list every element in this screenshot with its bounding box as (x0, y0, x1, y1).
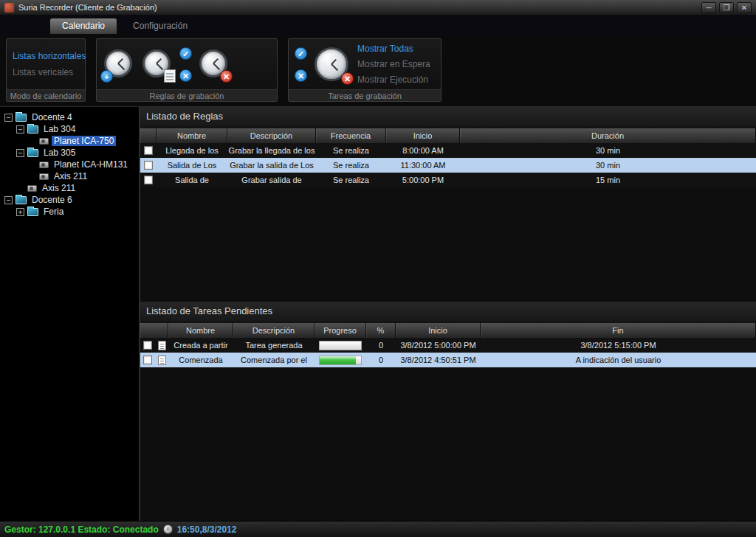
rule-descripcion: Grabar la salida de Los (227, 158, 316, 173)
rules-column-header[interactable]: Duración (460, 128, 756, 143)
tasks-title: Listado de Tareas Pendientes (140, 302, 756, 321)
folder-icon (27, 149, 38, 157)
tasks-column-header[interactable]: Descripción (233, 323, 315, 338)
rule-duracion: 30 min (460, 143, 756, 158)
tree-item-label: Axis 211 (52, 171, 89, 181)
toggle-minus-icon[interactable]: − (16, 125, 24, 134)
tab-configuracion[interactable]: Configuración (121, 18, 199, 34)
tree-item[interactable]: −Docente 6 (1, 194, 137, 206)
tasks-column-header[interactable]: Fin (481, 323, 756, 338)
rules-column-header[interactable]: Frecuencia (316, 128, 386, 143)
tree-item-label: Planet ICA-HM131 (52, 159, 130, 170)
task-fin: 3/8/2012 5:15:00 PM (481, 338, 756, 353)
tree-item[interactable]: −Docente 4 (1, 111, 137, 123)
app-icon (4, 3, 14, 13)
rule-descripcion: Grabar salida de (227, 173, 316, 187)
vertical-lists-button[interactable]: Listas vericales (13, 67, 73, 77)
tree-item[interactable]: −Lab 305 (1, 147, 137, 159)
tree-item[interactable]: Axis 211 (1, 170, 137, 182)
enable-rule-icon[interactable]: ✓ (179, 47, 192, 60)
task-cross-icon[interactable]: ✕ (295, 69, 307, 82)
stop-task-button[interactable]: ✕ (313, 44, 351, 85)
group-calendar-mode: Listas horizontales Listas vericales Mod… (6, 38, 86, 102)
tree-item[interactable]: Planet ICA-750 (1, 135, 137, 147)
rules-column-header[interactable]: Inicio (386, 128, 460, 143)
status-datetime: 16:50,8/3/2012 (177, 524, 237, 535)
tree-item-label: Planet ICA-750 (52, 136, 116, 146)
rule-checkbox[interactable] (144, 176, 153, 184)
rule-checkbox[interactable] (144, 161, 153, 170)
rules-panel: Listado de Reglas NombreDescripciónFrecu… (140, 107, 756, 302)
tasks-column-header[interactable]: Inicio (396, 323, 481, 338)
header-spacer (140, 128, 157, 143)
folder-icon (16, 196, 27, 204)
task-row[interactable]: ComenzadaComenzada por el03/8/2012 4:50:… (140, 353, 756, 367)
add-rule-button[interactable]: + (103, 46, 135, 83)
task-percent: 0 (366, 353, 396, 367)
tree-item[interactable]: −Lab 304 (1, 123, 137, 135)
task-nombre: Creada a partir (168, 338, 233, 353)
tasks-column-header[interactable]: Progreso (315, 323, 366, 338)
disable-rule-icon[interactable]: ✕ (179, 69, 192, 82)
task-percent: 0 (366, 338, 396, 353)
task-icon-cell (155, 338, 168, 353)
close-button[interactable]: ✕ (737, 2, 752, 13)
tree-item[interactable]: Axis 211 (1, 182, 137, 194)
task-nombre: Comenzada (168, 353, 233, 367)
toggle-minus-icon[interactable]: − (4, 114, 13, 122)
rule-row[interactable]: Llegada de losGrabar la llegada de losSe… (140, 143, 756, 158)
rule-checkbox-cell (140, 158, 157, 173)
tab-calendario[interactable]: Calendario (50, 18, 117, 34)
show-all-button[interactable]: Mostrar Todas (357, 44, 430, 54)
tree-item-label: Axis 211 (40, 183, 78, 193)
tree-item-label: Docente 6 (30, 195, 75, 205)
camera-icon (39, 173, 49, 180)
rules-column-header[interactable]: Nombre (157, 128, 227, 143)
stop-icon: ✕ (341, 72, 354, 85)
task-descripcion: Comenzada por el (233, 353, 315, 367)
calendar-mode-caption: Modo de calendario (7, 89, 85, 101)
rules-column-header[interactable]: Descripción (227, 128, 316, 143)
progress-bar (319, 356, 362, 365)
tasks-column-header[interactable]: % (366, 323, 396, 338)
edit-rule-button[interactable] (141, 46, 173, 83)
rule-inicio: 11:30:00 AM (386, 158, 460, 173)
app-window: Suria Recorder (Cliente de Grabación) ─ … (0, 0, 756, 537)
maximize-button[interactable]: ❐ (719, 2, 734, 13)
minimize-button[interactable]: ─ (701, 2, 716, 13)
task-checkbox[interactable] (143, 356, 152, 364)
show-running-button[interactable]: Mostrar Ejecución (357, 75, 430, 85)
horizontal-lists-button[interactable]: Listas horizontales (13, 51, 86, 61)
toggle-plus-icon[interactable]: + (16, 208, 24, 216)
rule-frecuencia: Se realiza (316, 143, 386, 158)
task-toggle-buttons: ✓ ✕ (295, 47, 307, 82)
task-check-icon[interactable]: ✓ (295, 47, 307, 60)
rule-nombre: Llegada de los (157, 143, 227, 158)
toggle-minus-icon[interactable]: − (4, 196, 13, 204)
rule-nombre: Salida de Los (157, 158, 227, 173)
task-row[interactable]: Creada a partirTarea generada03/8/2012 5… (140, 338, 756, 353)
delete-icon: ✕ (220, 70, 233, 83)
tree-item[interactable]: Planet ICA-HM131 (1, 159, 137, 170)
rule-inicio: 5:00:00 PM (386, 173, 460, 187)
task-checkbox-cell (140, 338, 155, 353)
tree-item[interactable]: +Feria (1, 206, 137, 218)
task-progreso-cell (315, 353, 366, 367)
tasks-panel: Listado de Tareas Pendientes NombreDescr… (140, 302, 756, 521)
rule-checkbox[interactable] (144, 146, 153, 155)
connection-status: Gestor: 127.0.0.1 Estado: Conectado (4, 524, 159, 535)
rule-checkbox-cell (140, 143, 157, 158)
rule-row[interactable]: Salida de LosGrabar la salida de LosSe r… (140, 158, 756, 173)
rule-row[interactable]: Salida deGrabar salida deSe realiza5:00:… (140, 173, 756, 187)
tree-item-label: Feria (41, 207, 66, 217)
task-checkbox[interactable] (143, 341, 152, 350)
statusbar: Gestor: 127.0.0.1 Estado: Conectado 16:5… (0, 521, 756, 537)
delete-rule-button[interactable]: ✕ (198, 46, 230, 83)
window-title: Suria Recorder (Cliente de Grabación) (18, 3, 701, 12)
group-recording-rules: + ✓ ✕ ✕ Reglas de grabación (96, 38, 278, 102)
tasks-column-header[interactable]: Nombre (168, 323, 233, 338)
toggle-minus-icon[interactable]: − (16, 149, 24, 157)
show-waiting-button[interactable]: Mostrar en Espera (357, 59, 430, 69)
camera-icon (39, 138, 49, 145)
rule-frecuencia: Se realiza (316, 158, 386, 173)
